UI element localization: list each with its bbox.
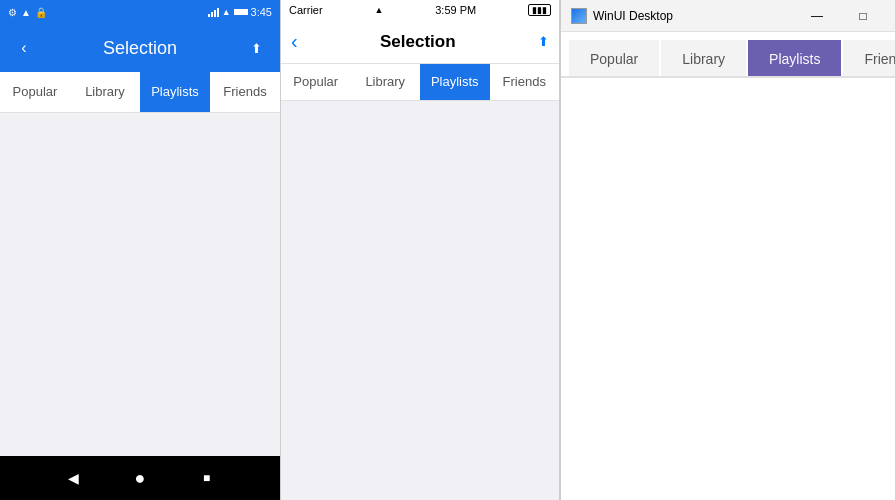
- app-bar-title: Selection: [36, 38, 244, 59]
- ios-tab-library[interactable]: Library: [351, 64, 421, 100]
- ios-status-bar: Carrier ▲ 3:59 PM ▮▮▮: [281, 0, 559, 20]
- android-phone: ⚙ ▲ 🔒 ▲ 3:45 ‹ Selection: [0, 0, 280, 500]
- ios-share-icon: ⬆: [538, 34, 549, 49]
- nav-home-button[interactable]: ●: [126, 464, 154, 492]
- nav-recent-icon: ■: [203, 471, 210, 485]
- nav-home-icon: ●: [135, 468, 146, 489]
- chevron-left-icon: ‹: [21, 39, 26, 57]
- time-display: 3:45: [251, 6, 272, 18]
- wifi-signal-icon: [208, 7, 219, 17]
- status-bar-left: ⚙ ▲ 🔒: [8, 7, 47, 18]
- tab-friends[interactable]: Friends: [210, 72, 280, 112]
- tab-library[interactable]: Library: [70, 72, 140, 112]
- tab-popular[interactable]: Popular: [0, 72, 70, 112]
- battery-icon: [234, 9, 248, 15]
- minimize-button[interactable]: —: [794, 0, 840, 32]
- tab-playlists[interactable]: Playlists: [140, 72, 210, 112]
- ios-back-button[interactable]: ‹: [291, 30, 298, 53]
- ios-tab-friends[interactable]: Friends: [490, 64, 560, 100]
- ios-app-bar: ‹ Selection ⬆: [281, 20, 559, 64]
- ios-phone: Carrier ▲ 3:59 PM ▮▮▮ ‹ Selection ⬆ Popu…: [280, 0, 560, 500]
- status-bar-right: ▲ 3:45: [208, 6, 272, 18]
- winui-tab-library[interactable]: Library: [661, 40, 746, 76]
- close-button[interactable]: ✕: [886, 0, 895, 32]
- winui-tab-friends[interactable]: Friends: [843, 40, 895, 76]
- ios-share-button[interactable]: ⬆: [538, 34, 549, 49]
- winui-window-controls: — □ ✕: [794, 0, 895, 32]
- ios-content: [281, 101, 559, 500]
- android-content: [0, 113, 280, 456]
- nav-back-button[interactable]: ◀: [59, 464, 87, 492]
- ios-tab-popular[interactable]: Popular: [281, 64, 351, 100]
- nav-back-icon: ◀: [68, 470, 79, 486]
- android-tab-bar: Popular Library Playlists Friends: [0, 72, 280, 113]
- wifi-android-icon: ▲: [21, 7, 31, 18]
- back-button[interactable]: ‹: [12, 36, 36, 60]
- share-button[interactable]: ⬆: [244, 36, 268, 60]
- carrier-label: Carrier: [289, 4, 323, 16]
- settings-icon: ⚙: [8, 7, 17, 18]
- winui-title-text: WinUI Desktop: [571, 8, 673, 24]
- ios-tab-bar: Popular Library Playlists Friends: [281, 64, 559, 101]
- winui-tab-playlists[interactable]: Playlists: [748, 40, 841, 76]
- android-app-bar: ‹ Selection ⬆: [0, 24, 280, 72]
- ios-battery-icon: ▮▮▮: [528, 4, 551, 16]
- ios-chevron-left-icon: ‹: [291, 30, 298, 52]
- ios-tab-playlists[interactable]: Playlists: [420, 64, 490, 100]
- winui-app-icon: [571, 8, 587, 24]
- winui-content: [561, 78, 895, 500]
- android-nav-bar: ◀ ● ■: [0, 456, 280, 500]
- share-icon: ⬆: [251, 41, 262, 56]
- wifi-dot-icon: ▲: [374, 5, 383, 15]
- battery-android-icon: 🔒: [35, 7, 47, 18]
- ios-app-bar-title: Selection: [298, 32, 538, 52]
- winui-tab-bar: Popular Library Playlists Friends: [561, 32, 895, 78]
- wifi-icon: ▲: [222, 7, 231, 17]
- android-status-bar: ⚙ ▲ 🔒 ▲ 3:45: [0, 0, 280, 24]
- winui-title-bar: WinUI Desktop — □ ✕: [561, 0, 895, 32]
- nav-recent-button[interactable]: ■: [193, 464, 221, 492]
- maximize-button[interactable]: □: [840, 0, 886, 32]
- winui-tab-popular[interactable]: Popular: [569, 40, 659, 76]
- ios-time-display: 3:59 PM: [435, 4, 476, 16]
- winui-window: WinUI Desktop — □ ✕ Popular Library Play…: [560, 0, 895, 500]
- winui-title-label: WinUI Desktop: [593, 9, 673, 23]
